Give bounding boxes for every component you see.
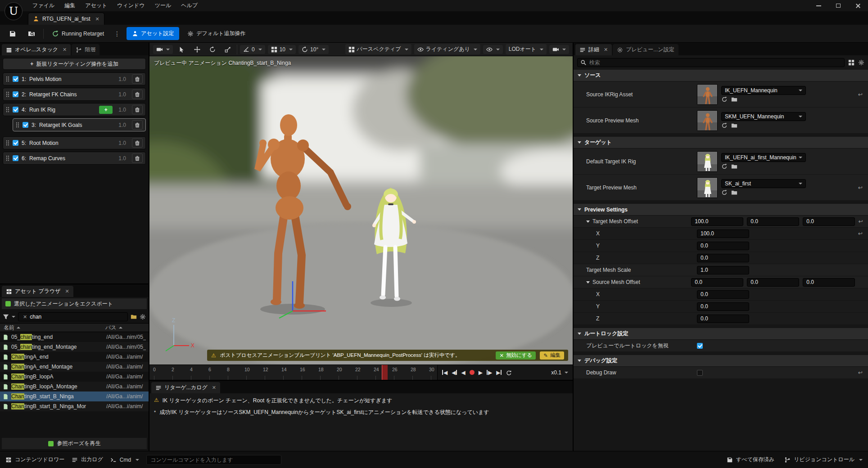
menu-asset[interactable]: アセット: [81, 0, 112, 11]
rotation-snap-button[interactable]: 10°: [298, 45, 329, 54]
scale-tool-button[interactable]: [222, 45, 234, 54]
folder-icon[interactable]: [131, 314, 137, 320]
op-enabled-checkbox[interactable]: [13, 155, 18, 161]
open-asset-icon[interactable]: [731, 96, 737, 103]
tab-retarget-log[interactable]: リターゲ...カログ ✕: [151, 382, 220, 393]
source-offset-y-field[interactable]: 0.0: [747, 278, 799, 287]
source-ikrig-dropdown[interactable]: IK_UEFN_Mannequin: [721, 86, 806, 95]
op-row-retarget-ik-goals[interactable]: 3: Retarget IK Goals 1.0: [13, 118, 146, 131]
add-child-op-button[interactable]: +: [99, 106, 113, 114]
source-mesh-thumbnail[interactable]: [697, 110, 718, 131]
tab-details[interactable]: 詳細 ✕: [575, 44, 612, 55]
timeline-ruler[interactable]: 0 2 4 6 8 10 12 14 16 18 20 22 24 26 28 …: [149, 365, 438, 380]
menu-edit[interactable]: 編集: [60, 0, 80, 11]
op-enabled-checkbox[interactable]: [23, 122, 28, 128]
tab-asset-browser[interactable]: アセット ブラウザ ✕: [2, 286, 73, 297]
op-row-run-ik-rig[interactable]: 4: Run IK Rig + 1.0: [3, 103, 146, 116]
asset-row[interactable]: 05_chanting_end_Montage /All/Ga...nim/05…: [0, 342, 149, 352]
drag-handle-icon[interactable]: [16, 122, 19, 128]
perspective-dropdown[interactable]: パースペクティブ: [345, 44, 411, 54]
target-ikrig-dropdown[interactable]: IK_UEFN_ai_first_Mannequin: [721, 153, 806, 162]
source-offset-x-field[interactable]: 0.0: [691, 278, 743, 287]
grid-snap-button[interactable]: 10: [268, 45, 296, 54]
tab-op-stack-close-icon[interactable]: ✕: [63, 47, 67, 53]
content-drawer-button[interactable]: コンテンツドロワー: [5, 456, 64, 464]
asset-row[interactable]: 05_chanting_end /All/Ga...nim/05_: [0, 332, 149, 342]
op-weight-field[interactable]: 1.0: [116, 121, 129, 129]
edit-postprocess-button[interactable]: ✎ 編集: [540, 351, 564, 360]
tab-op-stack[interactable]: オペレ...スタック ✕: [2, 44, 71, 55]
play-reverse-button[interactable]: ◀: [461, 369, 465, 376]
target-offset-x-field[interactable]: 100.0: [691, 217, 743, 226]
reset-to-default-button[interactable]: ↩: [854, 369, 866, 376]
op-weight-field[interactable]: 1.0: [116, 75, 129, 83]
default-chain-ops-button[interactable]: デフォルト追加操作: [184, 27, 249, 40]
browse-to-asset-icon[interactable]: [721, 122, 728, 129]
asset-row[interactable]: ChantingA_end /All/Ga...i/anim/: [0, 352, 149, 362]
column-name[interactable]: 名前: [4, 324, 105, 332]
record-button[interactable]: [470, 370, 475, 375]
loop-button[interactable]: [506, 369, 512, 376]
browse-to-asset-icon[interactable]: [721, 96, 728, 103]
target-mesh-dropdown[interactable]: SK_ai_first: [721, 179, 806, 188]
asset-search-input[interactable]: [30, 314, 125, 320]
asset-row[interactable]: ChantingB_loopA /All/Ga...i/anim/: [0, 372, 149, 382]
op-row-remap-curves[interactable]: 6: Remap Curves 1.0: [3, 152, 146, 165]
show-flags-dropdown[interactable]: [483, 45, 503, 54]
asset-row[interactable]: ChantingA_end_Montage /All/Ga...i/anim/: [0, 362, 149, 372]
open-asset-icon[interactable]: [731, 122, 737, 129]
console-command-input[interactable]: [150, 457, 277, 463]
export-animations-button[interactable]: 選択したアニメーションをエクスポート: [2, 298, 147, 309]
add-retarget-op-button[interactable]: + 新規リターゲティング操作を追加: [3, 58, 146, 70]
y-value-field[interactable]: 0.0: [697, 302, 749, 311]
open-asset-icon[interactable]: [731, 163, 737, 170]
target-offset-z-field[interactable]: 0.0: [803, 217, 855, 226]
drag-handle-icon[interactable]: [6, 76, 9, 82]
drag-handle-icon[interactable]: [6, 155, 9, 161]
ignore-root-lock-checkbox[interactable]: [697, 343, 703, 349]
column-path[interactable]: パス: [105, 324, 145, 332]
menu-help[interactable]: ヘルプ: [176, 0, 202, 11]
op-row-root-motion[interactable]: 5: Root Motion 1.0: [3, 136, 146, 149]
details-search-input[interactable]: [589, 59, 841, 66]
expander-icon[interactable]: [586, 281, 590, 284]
menu-tools[interactable]: ツール: [150, 0, 176, 11]
menu-window[interactable]: ウィンドウ: [113, 0, 149, 11]
tab-hierarchy[interactable]: 階層: [72, 44, 99, 55]
tab-close-icon[interactable]: ✕: [95, 16, 99, 22]
op-enabled-checkbox[interactable]: [13, 76, 18, 82]
drag-handle-icon[interactable]: [6, 140, 9, 146]
target-ikrig-thumbnail[interactable]: [697, 151, 718, 172]
asset-settings-button[interactable]: アセット設定: [127, 27, 179, 40]
play-reference-pose-button[interactable]: 参照ポーズを再生: [2, 438, 147, 449]
minimize-button[interactable]: [809, 0, 828, 11]
expander-icon[interactable]: [586, 220, 590, 223]
source-offset-z-field[interactable]: 0.0: [803, 278, 855, 287]
snap-angle-button[interactable]: 0: [240, 45, 265, 54]
op-enabled-checkbox[interactable]: [13, 91, 18, 97]
source-mesh-dropdown[interactable]: SKM_UEFN_Mannequin: [721, 112, 806, 121]
disable-postprocess-button[interactable]: ✕ 無効にする: [496, 351, 536, 360]
delete-op-button[interactable]: [132, 120, 143, 130]
section-preview-settings[interactable]: Preview Settings: [574, 204, 868, 216]
save-status-button[interactable]: すべて保存済み: [727, 456, 774, 464]
tab-retarget-log-close-icon[interactable]: ✕: [212, 385, 216, 391]
playback-speed-dropdown[interactable]: x0.1: [551, 369, 568, 376]
browse-to-asset-icon[interactable]: [721, 163, 728, 170]
maximize-button[interactable]: [828, 0, 848, 11]
debug-draw-checkbox[interactable]: [697, 370, 703, 376]
op-weight-field[interactable]: 1.0: [116, 154, 129, 162]
viewport-3d-scene[interactable]: プレビュー中 アニメーション ChantingB_start_B_Ninga Z…: [149, 56, 573, 364]
asset-row[interactable]: ChantingB_start_B_Ninga_Mor /All/Ga...i/…: [0, 401, 149, 411]
go-to-end-button[interactable]: ▶: [496, 369, 502, 376]
asset-row-selected[interactable]: ChantingB_start_B_Ninga /All/Ga...i/anim…: [0, 392, 149, 401]
play-button[interactable]: ▶: [479, 369, 483, 376]
browse-button[interactable]: [24, 28, 39, 40]
step-forward-button[interactable]: ▶: [487, 369, 492, 376]
section-source[interactable]: ソース: [574, 70, 868, 81]
close-button[interactable]: [848, 0, 868, 11]
move-tool-button[interactable]: [191, 45, 203, 54]
browse-to-asset-icon[interactable]: [721, 189, 728, 196]
viewport-options-button[interactable]: [153, 45, 173, 54]
op-enabled-checkbox[interactable]: [13, 107, 18, 112]
